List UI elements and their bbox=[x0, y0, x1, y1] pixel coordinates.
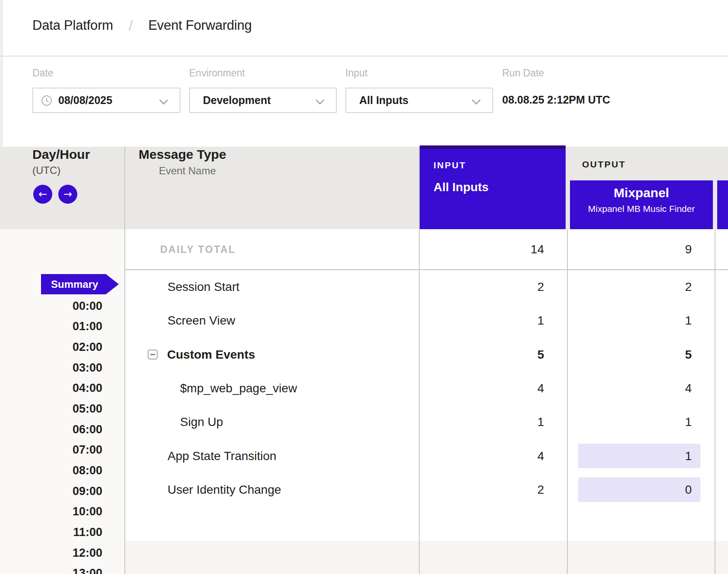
row-label: Sign Up bbox=[180, 405, 223, 439]
breadcrumb-separator: / bbox=[129, 17, 133, 34]
table-row: $mp_web_page_view 4 4 bbox=[0, 372, 728, 405]
row-output-value: 4 bbox=[605, 372, 692, 405]
output-group-label: OUTPUT bbox=[582, 159, 626, 170]
hour-row[interactable]: 09:00 bbox=[0, 481, 102, 502]
row-label: Custom Events bbox=[167, 338, 255, 372]
hour-row[interactable]: 10:00 bbox=[0, 501, 102, 522]
arrow-right-icon: → bbox=[63, 189, 72, 199]
date-value: 08/08/2025 bbox=[58, 94, 112, 107]
mixpanel-column-title: Mixpanel bbox=[570, 186, 713, 200]
daily-total-label: DAILY TOTAL bbox=[160, 229, 236, 270]
row-input-value: 1 bbox=[458, 304, 544, 337]
row-label: App State Transition bbox=[168, 439, 276, 473]
table-row: Screen View 1 1 bbox=[0, 304, 728, 337]
timezone-label: (UTC) bbox=[32, 164, 60, 177]
table-row: User Identity Change 2 0 bbox=[0, 473, 728, 507]
input-column-header: INPUT All Inputs bbox=[420, 145, 566, 229]
environment-dropdown[interactable]: Development bbox=[189, 88, 337, 113]
clock-icon bbox=[41, 95, 52, 106]
row-input-value: 4 bbox=[458, 372, 544, 405]
row-output-value: 5 bbox=[605, 338, 692, 372]
hour-row[interactable]: 01:00 bbox=[0, 316, 102, 337]
event-forwarding-page: Data Platform / Event Forwarding Date En… bbox=[0, 0, 728, 574]
previous-day-button[interactable]: ← bbox=[33, 185, 52, 204]
chevron-down-icon bbox=[472, 96, 481, 104]
row-output-value: 2 bbox=[605, 270, 692, 304]
table-row-group: Custom Events 5 5 bbox=[0, 338, 728, 372]
input-value: All Inputs bbox=[359, 94, 408, 107]
row-input-value: 1 bbox=[458, 405, 544, 439]
row-output-value-highlighted: 0 bbox=[578, 477, 700, 502]
row-input-value: 5 bbox=[458, 338, 544, 372]
next-output-column-header bbox=[717, 180, 728, 229]
mixpanel-column-header: Mixpanel Mixpanel MB Music Finder bbox=[570, 180, 713, 229]
mixpanel-column-subtitle: Mixpanel MB Music Finder bbox=[570, 203, 713, 214]
hour-row[interactable]: 13:00 bbox=[0, 563, 102, 574]
row-label: Screen View bbox=[168, 304, 235, 337]
row-input-value: 2 bbox=[458, 270, 544, 304]
hour-row[interactable]: 12:00 bbox=[0, 543, 102, 564]
hour-row[interactable]: 05:00 bbox=[0, 399, 102, 419]
row-input-value: 2 bbox=[458, 473, 544, 507]
hour-row[interactable]: 04:00 bbox=[0, 378, 102, 399]
input-filter-label: Input bbox=[345, 67, 367, 79]
hour-row[interactable]: 06:00 bbox=[0, 419, 102, 440]
event-name-subheader: Event Name bbox=[159, 165, 216, 177]
row-output-value: 1 bbox=[605, 304, 692, 337]
row-output-value: 1 bbox=[605, 405, 692, 439]
daily-total-row: DAILY TOTAL 14 9 bbox=[0, 229, 728, 270]
row-input-value: 4 bbox=[458, 439, 544, 473]
table-footer-area bbox=[124, 541, 728, 574]
daily-total-input-value: 14 bbox=[458, 229, 544, 270]
row-label: User Identity Change bbox=[168, 473, 281, 507]
table-row: App State Transition 4 1 bbox=[0, 439, 728, 473]
chevron-down-icon bbox=[159, 96, 168, 104]
page-title: Event Forwarding bbox=[148, 18, 252, 33]
arrow-left-icon: ← bbox=[38, 189, 47, 199]
environment-value: Development bbox=[203, 94, 271, 107]
date-filter-label: Date bbox=[32, 67, 54, 79]
hour-row[interactable]: 08:00 bbox=[0, 460, 102, 481]
summary-tab[interactable]: Summary bbox=[41, 274, 119, 294]
hour-row[interactable]: 11:00 bbox=[0, 522, 102, 543]
chevron-down-icon bbox=[316, 96, 324, 104]
input-group-label: INPUT bbox=[434, 161, 566, 170]
hour-row[interactable]: 07:00 bbox=[0, 440, 102, 460]
breadcrumb: Data Platform / Event Forwarding bbox=[32, 16, 252, 35]
next-day-button[interactable]: → bbox=[58, 185, 77, 204]
run-date-label: Run Date bbox=[502, 67, 544, 79]
breadcrumb-section[interactable]: Data Platform bbox=[32, 18, 113, 33]
date-dropdown[interactable]: 08/08/2025 bbox=[32, 88, 180, 113]
hour-row[interactable]: 00:00 bbox=[0, 296, 102, 317]
input-dropdown[interactable]: All Inputs bbox=[345, 88, 493, 113]
header-divider bbox=[0, 56, 728, 57]
row-output-value-highlighted: 1 bbox=[578, 444, 700, 468]
message-type-header: Message Type bbox=[139, 147, 226, 162]
table-row: Sign Up 1 1 bbox=[0, 405, 728, 439]
run-date-value: 08.08.25 2:12PM UTC bbox=[502, 94, 610, 106]
hour-row[interactable]: 03:00 bbox=[0, 358, 102, 378]
collapse-group-icon[interactable] bbox=[148, 350, 158, 360]
hour-row[interactable]: 02:00 bbox=[0, 337, 102, 358]
row-label: $mp_web_page_view bbox=[180, 372, 297, 405]
row-label: Session Start bbox=[168, 270, 240, 304]
input-column-title: All Inputs bbox=[434, 181, 566, 194]
daily-total-output-value: 9 bbox=[605, 229, 692, 270]
hours-list: 00:00 01:00 02:00 03:00 04:00 05:00 06:0… bbox=[0, 296, 102, 574]
day-hour-header: Day/Hour bbox=[32, 147, 90, 162]
environment-filter-label: Environment bbox=[189, 67, 245, 79]
